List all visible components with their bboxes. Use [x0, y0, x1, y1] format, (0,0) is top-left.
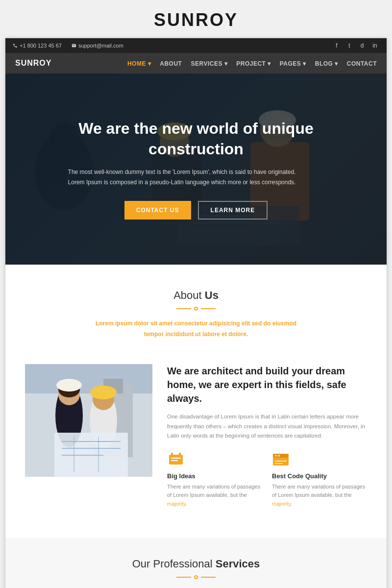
- nav-about-link[interactable]: ABOUT: [160, 60, 182, 67]
- navbar-brand[interactable]: SUNROY: [15, 59, 51, 68]
- nav-contact[interactable]: CONTACT: [347, 59, 377, 68]
- svg-point-24: [90, 386, 117, 399]
- navbar-nav: HOME ▾ ABOUT SERVICES ▾ PROJECT ▾ PAGES …: [127, 59, 377, 68]
- nav-contact-link[interactable]: CONTACT: [347, 60, 377, 67]
- nav-blog-link[interactable]: BLOG ▾: [315, 60, 338, 67]
- phone-info: +1 800 123 45 67: [13, 43, 62, 49]
- svg-rect-33: [179, 453, 181, 456]
- svg-rect-32: [171, 453, 173, 456]
- email-info: support@mail.com: [72, 43, 123, 49]
- services-section-header: Our Professional Services Lorem ipsum do…: [5, 538, 387, 588]
- nav-home[interactable]: HOME ▾: [127, 59, 151, 68]
- services-divider-dot: [194, 575, 198, 579]
- about-divider: [25, 307, 367, 311]
- feature-2-desc: There are many variations of passages of…: [272, 483, 367, 509]
- svg-point-38: [275, 455, 277, 457]
- services-title: Our Professional Services: [25, 558, 367, 570]
- nav-services[interactable]: SERVICES ▾: [191, 59, 227, 68]
- about-image: [25, 364, 152, 477]
- divider-dot: [194, 307, 198, 311]
- services-divider: [25, 575, 367, 579]
- about-content: We are architect and build your dream ho…: [5, 354, 387, 538]
- about-heading: We are architect and build your dream ho…: [167, 364, 367, 405]
- browser-wrapper: +1 800 123 45 67 support@mail.com f t d …: [5, 38, 387, 588]
- facebook-link[interactable]: f: [332, 41, 341, 50]
- svg-rect-34: [171, 458, 181, 459]
- divider-line-right: [201, 308, 216, 309]
- nav-home-link[interactable]: HOME ▾: [127, 60, 151, 67]
- social-links[interactable]: f t d in: [332, 41, 379, 50]
- learn-more-button[interactable]: LEARN MORE: [198, 201, 268, 220]
- svg-point-39: [278, 455, 280, 457]
- about-features: Big Ideas There are many variations of p…: [167, 451, 367, 518]
- feature-2-title: Best Code Quality: [272, 472, 367, 480]
- about-title: About Us: [25, 289, 367, 302]
- site-main-title: SUNROY: [0, 10, 392, 30]
- big-ideas-icon: [167, 451, 185, 468]
- site-title-bar: SUNROY: [0, 0, 392, 38]
- svg-rect-35: [171, 460, 178, 461]
- svg-rect-41: [275, 463, 283, 464]
- nav-pages[interactable]: PAGES ▾: [280, 59, 306, 68]
- nav-about[interactable]: ABOUT: [160, 59, 182, 68]
- navbar: SUNROY HOME ▾ ABOUT SERVICES ▾ PROJECT ▾…: [5, 53, 387, 74]
- about-text-block: We are architect and build your dream ho…: [167, 364, 367, 518]
- svg-rect-31: [169, 455, 183, 465]
- feature-1-desc: There are many variations of passages of…: [167, 483, 262, 509]
- contact-us-button[interactable]: CONTACT US: [124, 201, 191, 220]
- code-quality-icon: [272, 451, 290, 468]
- feature-1-title: Big Ideas: [167, 472, 262, 480]
- svg-rect-40: [275, 461, 287, 462]
- twitter-link[interactable]: t: [345, 41, 354, 50]
- hero-description: The most well-known dummy text is the 'L…: [64, 167, 299, 187]
- nav-pages-link[interactable]: PAGES ▾: [280, 60, 306, 67]
- hero-buttons: CONTACT US LEARN MORE: [64, 201, 328, 220]
- hero-heading: We are the new world of unique construct…: [64, 119, 328, 159]
- about-subtitle: Lorem ipsum dolor sit amet consectetur a…: [25, 318, 367, 340]
- dribbble-link[interactable]: d: [358, 41, 367, 50]
- svg-rect-25: [54, 433, 128, 477]
- about-description: One disadvantage of Lorem Ipsum is that …: [167, 412, 367, 441]
- feature-big-ideas: Big Ideas There are many variations of p…: [167, 451, 262, 518]
- nav-project-link[interactable]: PROJECT ▾: [236, 60, 271, 67]
- nav-project[interactable]: PROJECT ▾: [236, 59, 271, 68]
- top-bar: +1 800 123 45 67 support@mail.com f t d …: [5, 38, 387, 53]
- services-divider-line-right: [201, 577, 216, 578]
- top-bar-left: +1 800 123 45 67 support@mail.com: [13, 43, 123, 49]
- linkedin-link[interactable]: in: [370, 41, 379, 50]
- nav-blog[interactable]: BLOG ▾: [315, 59, 338, 68]
- svg-point-21: [56, 379, 82, 392]
- services-divider-line-left: [176, 577, 191, 578]
- divider-line-left: [176, 308, 191, 309]
- feature-code-quality: Best Code Quality There are many variati…: [272, 451, 367, 518]
- hero-section: We are the new world of unique construct…: [5, 74, 387, 265]
- hero-content: We are the new world of unique construct…: [64, 119, 328, 220]
- about-section-header: About Us Lorem ipsum dolor sit amet cons…: [5, 265, 387, 354]
- nav-services-link[interactable]: SERVICES ▾: [191, 60, 227, 67]
